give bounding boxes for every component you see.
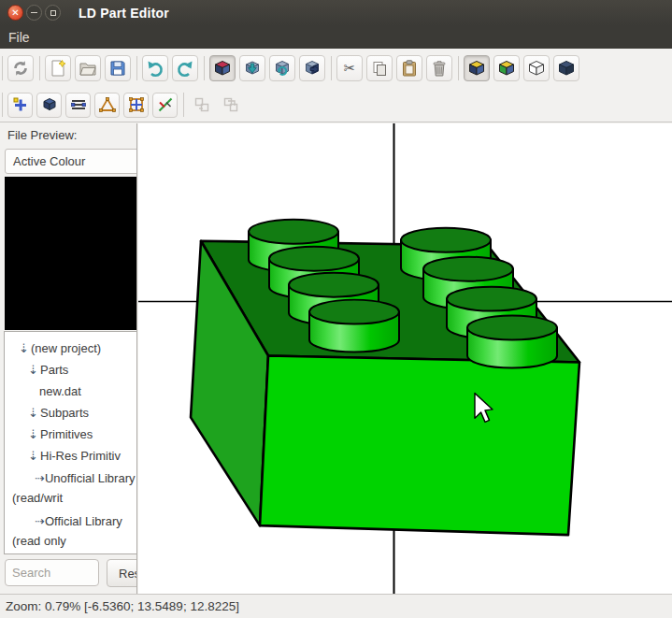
close-part-button[interactable] [299,55,325,81]
render-mode-button[interactable] [464,55,490,81]
delete-button[interactable] [426,55,452,81]
project-tree: ⇣(new project) ⇣Parts new.dat ⇣Subparts … [4,331,137,554]
cube-down-arrow-icon [243,59,262,78]
active-colour-selector[interactable]: Active Colour [5,149,137,174]
paste-button[interactable] [396,55,422,81]
tree-item-official-library[interactable]: ⇢Official Library (read only [5,510,137,553]
add-vertex-icon [11,95,30,114]
paste-icon [400,59,419,78]
link-arrow-icon: ⇢ [23,511,45,531]
lego-brick-model [191,241,579,535]
redo-icon [176,59,194,78]
add-subfile-button[interactable] [36,93,62,118]
tree-item-label: (new project) [31,341,101,355]
toolbar-separator [136,56,137,80]
add-quad-button[interactable] [123,93,149,118]
reset-button[interactable]: Res [107,559,137,587]
add-line-icon [69,95,88,114]
menu-file[interactable]: File [0,28,38,47]
add-quad-icon [127,95,146,114]
add-condline-icon [156,95,175,114]
search-input[interactable] [5,559,99,586]
red-cube-icon [213,59,232,78]
link-arrow-icon: ⇢ [23,468,45,488]
zoom-coordinates-readout: Zoom: 0.79% [-6.5360; 13.5489; 12.8225] [6,599,239,613]
toolbar-separator [183,93,184,117]
maximize-icon[interactable] [45,5,61,21]
titlebar: ✕ LD Part Editor [0,0,672,25]
toolbar-add [0,88,672,122]
hidden-mode-button[interactable] [553,55,579,81]
cut-icon: ✂ [344,60,356,77]
copy-button[interactable] [366,55,393,81]
toolbar-main: ✂ [0,49,672,88]
sidebar: File Preview: Active Colour ⇣(new projec… [0,123,137,594]
viewport-canvas [138,123,672,594]
undo-icon [146,59,164,78]
file-preview-canvas[interactable] [5,177,137,330]
colour-mode-button[interactable] [493,55,520,81]
tree-item-parts[interactable]: ⇣Parts [5,359,137,381]
tree-item-label: Primitives [40,427,93,441]
close-icon[interactable]: ✕ [7,5,23,21]
toolbar-separator [39,56,40,80]
new-file-icon [49,59,67,78]
tree-item-label: Subparts [40,406,89,420]
cube-green-yellow-icon [497,59,516,78]
merge-next-icon [222,95,240,114]
file-preview-label: File Preview: [7,128,77,142]
menubar: File [0,25,672,49]
toolbar-separator [2,56,3,80]
toolbar-separator [2,93,3,117]
merge-prev-icon [193,95,211,114]
cube-blue-yellow-icon [467,59,486,78]
expand-arrow-icon: ⇣ [28,359,40,381]
add-line-button[interactable] [65,93,91,118]
trash-icon [430,59,449,78]
3d-viewport[interactable] [138,123,672,594]
tree-item-new-project[interactable]: ⇣(new project) [5,338,137,359]
tree-item-subparts[interactable]: ⇣Subparts [5,402,137,424]
add-subfile-icon [40,95,59,114]
sync-icon [11,59,30,78]
window-title: LD Part Editor [79,6,169,21]
import-part-button[interactable] [239,55,265,81]
open-button[interactable] [75,55,101,81]
sync-button[interactable] [7,55,34,81]
cube-dark-icon [557,59,576,78]
tree-item-new-dat[interactable]: new.dat [5,381,137,402]
tree-item-primitives[interactable]: ⇣Primitives [5,424,137,445]
cut-button[interactable]: ✂ [336,55,363,81]
toolbar-separator [204,56,205,80]
tree-item-label: new.dat [39,384,81,398]
brick-front-face [260,356,579,536]
toolbar-separator [331,56,332,80]
toolbar-separator [458,56,459,80]
undo-button[interactable] [142,55,168,81]
statusbar: Zoom: 0.79% [-6.5360; 13.5489; 12.8225] [0,594,672,618]
new-file-button[interactable] [45,55,71,81]
tree-item-unofficial-library[interactable]: ⇢Unofficial Library (read/writ [5,467,137,510]
open-part-button[interactable] [209,55,236,81]
expand-arrow-icon: ⇣ [19,338,31,359]
wireframe-mode-button[interactable] [523,55,550,81]
tree-item-hires-primitives[interactable]: ⇣Hi-Res Primitiv [5,445,137,467]
cube-outline-icon [527,59,546,78]
expand-arrow-icon: ⇣ [28,445,40,467]
save-button[interactable] [105,55,131,81]
tree-item-label: Parts [40,363,68,377]
add-triangle-icon [98,95,117,114]
add-vertex-button[interactable] [7,93,33,118]
search-row: Res [5,559,137,587]
cube-refresh-icon [273,59,292,78]
add-triangle-button[interactable] [94,93,120,118]
minimize-icon[interactable] [26,5,42,21]
add-condline-button[interactable] [152,93,178,118]
cube-door-icon [303,59,322,78]
merge-prev-button [189,93,214,118]
reload-part-button[interactable] [269,55,295,81]
merge-next-button [218,93,243,118]
redo-button[interactable] [172,55,198,81]
tree-item-label: Hi-Res Primitiv [40,449,121,463]
expand-arrow-icon: ⇣ [28,402,40,424]
